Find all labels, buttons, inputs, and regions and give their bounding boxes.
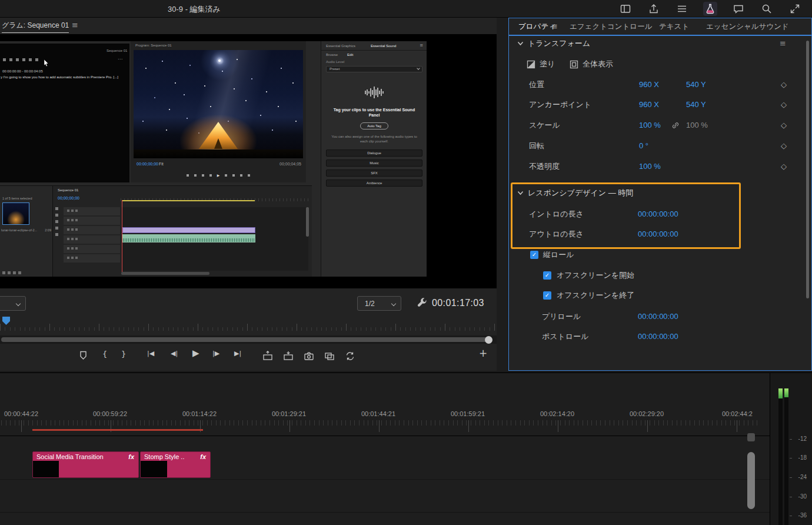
- scale-x-value[interactable]: 100 %: [639, 118, 661, 132]
- comparison-view-icon[interactable]: [324, 351, 335, 361]
- ruler-divider: [0, 436, 770, 436]
- search-icon[interactable]: [760, 2, 774, 16]
- opacity-value[interactable]: 100 %: [639, 160, 661, 174]
- mark-in-icon[interactable]: {: [102, 350, 107, 358]
- outro-duration-value[interactable]: 00:00:00:00: [638, 227, 678, 241]
- keyframe-diamond-icon[interactable]: ◇: [781, 118, 787, 132]
- rec-type-sfx: SFX: [326, 170, 422, 177]
- keyframe-diamond-icon[interactable]: ◇: [781, 78, 787, 92]
- chat-icon[interactable]: [731, 2, 746, 16]
- export-frame-icon[interactable]: [304, 351, 314, 361]
- monitor-tab-strip: グラム: Sequence 01 ≡: [0, 18, 497, 34]
- scale-label: スケール: [529, 118, 560, 132]
- chevron-down-icon[interactable]: [517, 191, 524, 195]
- transform-header[interactable]: トランスフォーム: [528, 36, 590, 51]
- step-forward-icon[interactable]: |▶: [212, 350, 219, 357]
- panel-menu-icon[interactable]: ≡: [72, 21, 78, 29]
- rec-timeline-tab: Sequence 01: [58, 188, 78, 192]
- embedded-screen-recording: Sequence 01 ⋯ 00:00:00:00 - 00:00:04:05 …: [0, 41, 427, 277]
- clip-stomp-style[interactable]: Stomp Style ... fx: [140, 451, 211, 478]
- tab-effect-controls[interactable]: エフェクトコントロール: [570, 22, 652, 32]
- properties-tab-menu-icon[interactable]: ≡: [551, 22, 558, 31]
- keyframe-diamond-icon[interactable]: ◇: [781, 160, 787, 174]
- postroll-value[interactable]: 00:00:00:00: [638, 330, 678, 344]
- rec-project-panel: 1 of 5 items selected lunar-lunar-eclips…: [0, 185, 53, 277]
- play-button[interactable]: ▶: [192, 348, 199, 358]
- track-divider: [0, 512, 770, 513]
- fit-button[interactable]: 全体表示: [583, 57, 613, 71]
- lift-icon[interactable]: [262, 351, 273, 361]
- rec-es-preset-select: Preset: [326, 66, 422, 72]
- monitor-scrollbar-knob[interactable]: [485, 336, 492, 344]
- fullscreen-icon[interactable]: [788, 2, 802, 16]
- clip-name: Social Media Transition: [36, 453, 104, 460]
- tab-text[interactable]: テキスト: [659, 22, 689, 32]
- add-marker-icon[interactable]: [79, 351, 88, 360]
- rec-program-monitor: Program: Sequence 01 00:00;00;00 Fit 00;…: [131, 41, 306, 182]
- rec-timeline-panel: Sequence 01 00;00;00;00: [53, 185, 312, 277]
- end-offscreen-label: オフスクリーンを終了: [557, 288, 634, 303]
- end-offscreen-checkbox[interactable]: ✓: [543, 291, 551, 300]
- panel-options-icon[interactable]: ≡: [780, 36, 786, 51]
- step-back-icon[interactable]: ◀|: [171, 350, 178, 357]
- rec-tab-essential-graphics: Essential Graphics: [326, 44, 355, 48]
- start-offscreen-checkbox[interactable]: ✓: [543, 271, 551, 280]
- timeline-ruler-ticks[interactable]: [0, 420, 759, 434]
- meter-label: -18: [791, 454, 807, 461]
- rec-caption-timerange: 00:00:00:00 - 00:00:04:05: [2, 69, 43, 73]
- beta-flask-icon[interactable]: [703, 2, 717, 16]
- ruler-label: 00:00:44:22: [4, 410, 38, 417]
- go-to-in-icon[interactable]: |◀: [147, 350, 154, 357]
- extract-icon[interactable]: [283, 351, 294, 361]
- monitor-scrollbar-thumb[interactable]: [1, 337, 491, 342]
- settings-wrench-icon[interactable]: [417, 297, 428, 309]
- monitor-mini-ruler[interactable]: [0, 315, 497, 331]
- sync-settings-icon[interactable]: [345, 351, 355, 361]
- keyframe-diamond-icon[interactable]: ◇: [781, 139, 787, 153]
- link-scale-icon[interactable]: [671, 121, 680, 129]
- program-timecode[interactable]: 00:01:17:03: [432, 298, 484, 308]
- anchor-x-value[interactable]: 960 X: [639, 98, 659, 112]
- rotation-label: 回転: [529, 139, 544, 153]
- fill-button[interactable]: 塗り: [540, 57, 555, 71]
- share-icon[interactable]: [647, 2, 661, 16]
- properties-scrollbar[interactable]: [806, 41, 809, 298]
- workspace-menu-icon[interactable]: [675, 2, 689, 16]
- panel-layout-icon[interactable]: [618, 2, 633, 16]
- timeline-vertical-scrollbar[interactable]: [747, 452, 755, 509]
- document-title: 30-9 - 編集済み: [168, 4, 221, 15]
- keyframe-diamond-icon[interactable]: ◇: [781, 98, 787, 112]
- ruler-label: 00:02:14:20: [540, 410, 574, 417]
- timeline-scrollbar-grip[interactable]: [747, 433, 755, 441]
- ruler-label: 00:01:44:21: [361, 410, 395, 417]
- position-y-value[interactable]: 540 Y: [686, 78, 706, 92]
- rec-type-dialogue: Dialogue: [326, 149, 422, 157]
- tab-program-sequence[interactable]: グラム: Sequence 01: [2, 21, 69, 33]
- tab-essential-sound[interactable]: エッセンシャルサウンド: [706, 22, 789, 32]
- mark-out-icon[interactable]: }: [121, 350, 126, 358]
- add-button-icon[interactable]: +: [479, 347, 487, 359]
- ruler-label: 00:00:59:22: [93, 410, 127, 417]
- scale-y-value: 100 %: [686, 118, 708, 132]
- go-to-out-icon[interactable]: ▶|: [234, 350, 241, 357]
- program-monitor-panel: グラム: Sequence 01 ≡ Sequence 01 ⋯ 00:00:0…: [0, 18, 497, 371]
- tab-properties[interactable]: プロパティ: [518, 22, 556, 32]
- ruler-label: 00:02:29:20: [630, 410, 664, 417]
- position-x-value[interactable]: 960 X: [639, 78, 659, 92]
- ruler-label: 00:01:59:21: [451, 410, 485, 417]
- rec-track-lane: [121, 207, 308, 271]
- monitor-scrollbar-track[interactable]: [0, 335, 497, 344]
- monitor-left-select-partial[interactable]: [0, 296, 26, 311]
- chevron-down-icon[interactable]: [517, 41, 524, 46]
- responsive-header[interactable]: レスポンシブデザイン — 時間: [528, 186, 633, 200]
- preroll-value[interactable]: 00:00:00:00: [638, 310, 678, 324]
- rec-transport-row: ▶: [131, 173, 306, 177]
- rotation-value[interactable]: 0 °: [639, 139, 648, 153]
- anchor-point-row: アンカーポイント 960 X 540 Y ◇: [509, 98, 809, 112]
- intro-duration-value[interactable]: 00:00:00:00: [638, 207, 678, 221]
- anchor-y-value[interactable]: 540 Y: [686, 98, 706, 112]
- clip-social-media-transition[interactable]: Social Media Transition fx: [32, 451, 139, 478]
- rec-es-menu-icon: ≡: [420, 43, 423, 48]
- playback-resolution-select[interactable]: 1/2: [357, 296, 401, 311]
- roll-checkbox[interactable]: ✓: [530, 251, 538, 259]
